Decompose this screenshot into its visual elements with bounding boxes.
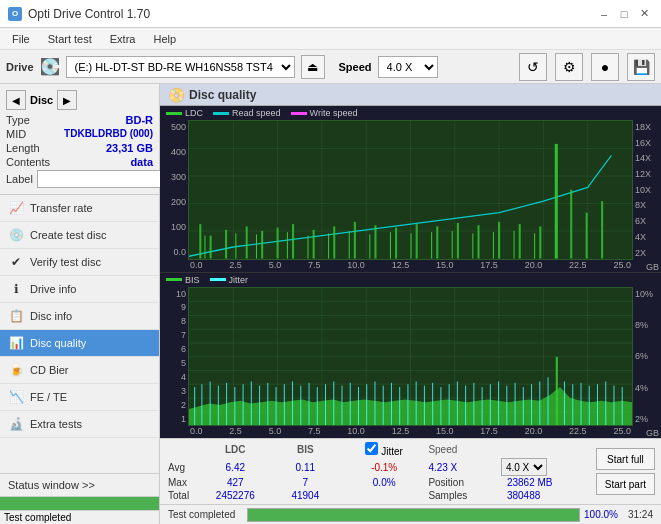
- legend-jitter-label: Jitter: [229, 275, 249, 285]
- lower-chart: 10 9 8 7 6 5 4 3 2 1: [160, 287, 661, 439]
- read-speed-color-swatch: [213, 112, 229, 115]
- close-button[interactable]: ✕: [635, 5, 653, 23]
- svg-rect-116: [564, 381, 565, 425]
- stats-panel: LDC BIS Jitter Speed Avg 6.42 0.11: [160, 438, 661, 504]
- time-label: 31:24: [620, 509, 661, 520]
- col-bis-header: BIS: [275, 441, 336, 458]
- sidebar-item-extra-tests[interactable]: 🔬 Extra tests: [0, 411, 159, 438]
- disc-quality-icon: 📊: [8, 335, 24, 351]
- legend-ldc-label: LDC: [185, 108, 203, 118]
- minimize-button[interactable]: –: [595, 5, 613, 23]
- disc-length-value: 23,31 GB: [106, 142, 153, 154]
- upper-y-axis-left: 500 400 300 200 100 0.0: [160, 120, 188, 260]
- disc-mid-row: MID TDKBLDRBD (000): [6, 128, 153, 140]
- upper-yr-16x: 16X: [633, 138, 661, 148]
- disc-label-input[interactable]: [37, 170, 170, 188]
- settings-button[interactable]: ⚙: [555, 53, 583, 81]
- save-button[interactable]: 💾: [627, 53, 655, 81]
- svg-rect-76: [234, 387, 235, 426]
- speed-select-stats[interactable]: 4.0 X: [501, 458, 547, 476]
- legend-ldc: LDC: [166, 108, 203, 118]
- status-completed-label: Test completed: [160, 509, 243, 520]
- upper-chart-svg: [189, 121, 632, 259]
- verify-test-disc-icon: ✔: [8, 254, 24, 270]
- sidebar-item-create-test-disc[interactable]: 💿 Create test disc: [0, 222, 159, 249]
- legend-write-speed: Write speed: [291, 108, 358, 118]
- sidebar-item-transfer-rate[interactable]: 📈 Transfer rate: [0, 195, 159, 222]
- disc-length-row: Length 23,31 GB: [6, 142, 153, 154]
- bottom-bar: Test completed 100.0% 31:24: [160, 504, 661, 524]
- svg-rect-33: [570, 190, 572, 259]
- svg-rect-51: [534, 233, 535, 258]
- sidebar-item-disc-quality[interactable]: 📊 Disc quality: [0, 330, 159, 357]
- max-jitter: 0.0%: [346, 476, 422, 489]
- disc-label-row: Label ✎: [6, 170, 153, 188]
- svg-rect-46: [431, 232, 432, 258]
- lower-x-0: 0.0: [190, 426, 203, 438]
- disc-panel-title: Disc: [30, 94, 53, 106]
- drive-label: Drive: [6, 61, 34, 73]
- speed-select[interactable]: 4.0 X: [378, 56, 438, 78]
- svg-rect-83: [292, 381, 293, 425]
- svg-rect-97: [407, 384, 408, 425]
- svg-rect-119: [589, 385, 590, 425]
- upper-yr-10x: 10X: [633, 185, 661, 195]
- upper-yr-18x: 18X: [633, 122, 661, 132]
- lower-x-12_5: 12.5: [392, 426, 410, 438]
- status-window-button[interactable]: Status window >>: [0, 474, 159, 496]
- sidebar-item-disc-info[interactable]: 📋 Disc info: [0, 303, 159, 330]
- eject-button[interactable]: ⏏: [301, 55, 325, 79]
- svg-rect-38: [256, 234, 257, 258]
- upper-y-200: 200: [160, 197, 188, 207]
- svg-rect-90: [350, 382, 351, 425]
- sidebar-item-verify-test-disc[interactable]: ✔ Verify test disc: [0, 249, 159, 276]
- jitter-checkbox-cell: Jitter: [346, 441, 422, 458]
- disc-type-value: BD-R: [126, 114, 154, 126]
- svg-rect-30: [519, 224, 521, 258]
- lower-y-9: 9: [160, 302, 188, 312]
- titlebar: O Opti Drive Control 1.70 – □ ✕: [0, 0, 661, 28]
- svg-rect-35: [601, 201, 603, 258]
- upper-x-15: 15.0: [436, 260, 454, 272]
- drive-select[interactable]: (E:) HL-DT-ST BD-RE WH16NS58 TST4: [66, 56, 295, 78]
- menubar: File Start test Extra Help: [0, 28, 661, 50]
- legend-bis: BIS: [166, 275, 200, 285]
- svg-rect-103: [457, 381, 458, 425]
- menu-file[interactable]: File: [4, 31, 38, 47]
- svg-rect-17: [261, 231, 263, 259]
- progress-bar-outer: [247, 508, 580, 522]
- menu-extra[interactable]: Extra: [102, 31, 144, 47]
- svg-rect-114: [548, 377, 549, 425]
- svg-rect-24: [395, 228, 397, 259]
- disc-prev-button[interactable]: ◀: [6, 90, 26, 110]
- svg-rect-106: [482, 387, 483, 426]
- record-button[interactable]: ●: [591, 53, 619, 81]
- stats-max-row: Max 427 7 0.0% Position 23862 MB: [164, 476, 590, 489]
- upper-yr-8x: 8X: [633, 200, 661, 210]
- jitter-checkbox[interactable]: [365, 442, 378, 455]
- svg-rect-121: [605, 381, 606, 425]
- svg-rect-109: [506, 385, 507, 425]
- svg-rect-92: [366, 384, 367, 425]
- max-ldc: 427: [196, 476, 275, 489]
- menu-start-test[interactable]: Start test: [40, 31, 100, 47]
- sidebar-item-drive-info[interactable]: ℹ Drive info: [0, 276, 159, 303]
- disc-quality-header-icon: 📀: [168, 87, 185, 103]
- start-full-button[interactable]: Start full: [596, 448, 655, 470]
- sidebar-progress-fill: [0, 497, 159, 510]
- upper-yr-4x: 4X: [633, 232, 661, 242]
- start-part-button[interactable]: Start part: [596, 473, 655, 495]
- menu-help[interactable]: Help: [145, 31, 184, 47]
- upper-x-20: 20.0: [525, 260, 543, 272]
- sidebar-item-cd-bier[interactable]: 🍺 CD Bier: [0, 357, 159, 384]
- disc-next-button[interactable]: ▶: [57, 90, 77, 110]
- svg-rect-93: [374, 381, 375, 425]
- maximize-button[interactable]: □: [615, 5, 633, 23]
- fe-te-icon: 📉: [8, 389, 24, 405]
- status-window-label: Status window >>: [8, 479, 95, 491]
- lower-chart-inner: 10 9 8 7 6 5 4 3 2 1: [160, 287, 661, 427]
- lower-y-4: 4: [160, 372, 188, 382]
- refresh-button[interactable]: ↺: [519, 53, 547, 81]
- upper-x-0: 0.0: [190, 260, 203, 272]
- sidebar-item-fe-te[interactable]: 📉 FE / TE: [0, 384, 159, 411]
